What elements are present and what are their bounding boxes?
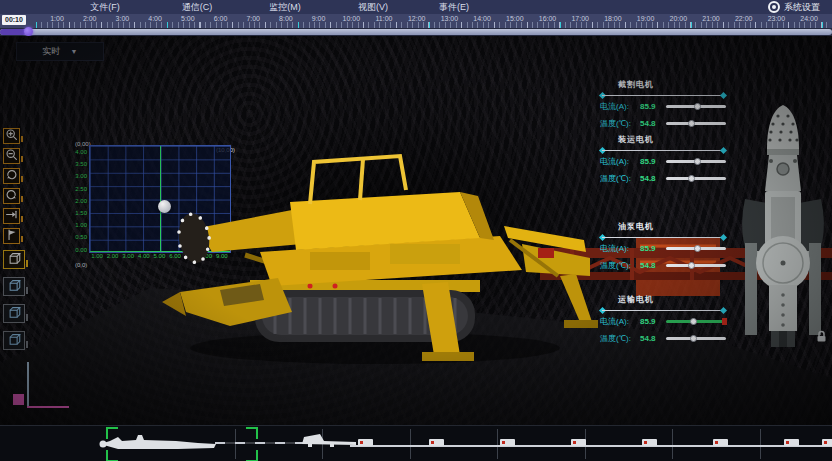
strip-divider xyxy=(235,429,236,459)
slider-knob[interactable] xyxy=(694,245,701,252)
rotate-cw-icon xyxy=(5,167,18,185)
grid-x-label: 2.00 xyxy=(107,253,119,259)
motor-row-value: 54.8 xyxy=(640,261,666,270)
cube-view-wire-1-button[interactable] xyxy=(3,277,25,296)
equipment-strip xyxy=(0,425,832,461)
zoom-in-button[interactable] xyxy=(3,128,20,144)
diamond-icon xyxy=(720,307,727,314)
foot-status-dot xyxy=(824,441,827,444)
menu-bar: 文件(F)通信(C)监控(M)视图(V)事件(E) 系统设置 xyxy=(0,0,832,14)
zoom-out-button[interactable] xyxy=(3,148,20,164)
cube-view-wire-3-button[interactable] xyxy=(3,331,25,350)
timeline-current-time: 00:10 xyxy=(2,15,26,25)
motor-row-slider[interactable] xyxy=(666,177,726,180)
diamond-icon xyxy=(720,234,727,241)
conveyor-foot-icon xyxy=(500,439,515,446)
motor-row-slider[interactable] xyxy=(666,160,726,163)
flag-icon xyxy=(5,227,18,245)
menu-item-monitor[interactable]: 监控(M) xyxy=(269,1,301,13)
transfer-machine-icon[interactable] xyxy=(300,433,356,448)
separator-line xyxy=(602,95,724,96)
menu-item-file[interactable]: 文件(F) xyxy=(90,1,120,13)
diamond-icon xyxy=(720,147,727,154)
motor-row-value: 85.9 xyxy=(640,244,666,253)
motor-row-slider[interactable] xyxy=(666,105,726,108)
belt-conveyor-line xyxy=(350,445,832,447)
foot-status-dot xyxy=(715,441,718,444)
motor-data-row: 温度(℃):54.8 xyxy=(600,115,726,132)
strip-divider xyxy=(760,429,761,459)
motor-row-slider[interactable] xyxy=(666,247,726,250)
selection-bracket-br xyxy=(246,450,258,461)
grid-x-label: 3.00 xyxy=(122,253,134,259)
pan-right-button[interactable] xyxy=(3,208,20,224)
motor-data-row: 温度(℃):54.8 xyxy=(600,330,726,347)
lock-icon[interactable] xyxy=(815,330,828,343)
cube-view-wire-2-icon xyxy=(7,305,22,323)
axis-gizmo-horizontal xyxy=(27,406,69,408)
slider-knob[interactable] xyxy=(690,335,697,342)
slider-knob[interactable] xyxy=(690,318,697,325)
menu-item-comm[interactable]: 通信(C) xyxy=(182,1,213,13)
cube-view-wire-3-icon xyxy=(7,332,22,350)
motor-row-slider[interactable] xyxy=(666,337,726,340)
timeline-slider-track[interactable] xyxy=(0,29,832,35)
target-icon xyxy=(768,1,780,13)
timeline-ruler[interactable]: 00:10 1:002:003:004:005:006:007:008:009:… xyxy=(0,14,832,28)
grid-y-label: 2.00 xyxy=(75,198,87,204)
mode-dropdown[interactable]: 实时 ▼ xyxy=(16,42,104,61)
conveyor-foot-icon xyxy=(358,439,373,446)
motor-row-label: 温度(℃): xyxy=(600,333,640,344)
system-settings-label: 系统设置 xyxy=(784,1,820,13)
motor-row-label: 电流(A): xyxy=(600,156,640,167)
grid-y-label: 0.50 xyxy=(75,234,87,240)
slider-knob[interactable] xyxy=(694,158,701,165)
3d-viewport[interactable]: (0,00) (10,00) (0,0) 4.003.503.002.502.0… xyxy=(0,36,832,425)
motor-panel-1: 截割电机电流(A):85.9温度(℃):54.8 xyxy=(600,80,726,132)
motor-data-row: 电流(A):85.9 xyxy=(600,98,726,115)
foot-status-dot xyxy=(644,441,647,444)
conveyor-foot-icon xyxy=(784,439,799,446)
motor-row-value: 85.9 xyxy=(640,102,666,111)
motor-row-slider[interactable] xyxy=(666,264,726,267)
slider-knob[interactable] xyxy=(688,120,695,127)
motor-row-value: 85.9 xyxy=(640,157,666,166)
motor-row-label: 温度(℃): xyxy=(600,118,640,129)
rotate-ccw-button[interactable] xyxy=(3,188,20,204)
slider-knob[interactable] xyxy=(688,262,695,269)
cube-view-wire-2-button[interactable] xyxy=(3,304,25,323)
axis-gizmo-vertical xyxy=(27,362,29,408)
motor-data-row: 温度(℃):54.8 xyxy=(600,170,726,187)
motor-row-label: 温度(℃): xyxy=(600,260,640,271)
menu-item-event[interactable]: 事件(E) xyxy=(439,1,469,13)
slider-knob[interactable] xyxy=(694,103,701,110)
motor-panel-title: 截割电机 xyxy=(618,80,726,90)
motor-panel-2: 装运电机电流(A):85.9温度(℃):54.8 xyxy=(600,135,726,187)
menu-item-view[interactable]: 视图(V) xyxy=(358,1,388,13)
timeline-slider[interactable] xyxy=(0,28,832,36)
motor-row-slider[interactable] xyxy=(666,320,726,323)
motor-row-value: 54.8 xyxy=(640,119,666,128)
conveyor-foot-icon xyxy=(642,439,657,446)
slider-knob[interactable] xyxy=(688,175,695,182)
motor-panel-3: 油泵电机电流(A):85.9温度(℃):54.8 xyxy=(600,222,726,274)
pan-right-icon xyxy=(5,207,18,225)
grid-y-label: 3.50 xyxy=(75,161,87,167)
grid-y-label: 4.00 xyxy=(75,149,87,155)
axis-gizmo-origin xyxy=(13,394,24,405)
selection-bracket-tr xyxy=(246,427,258,439)
zoom-in-icon xyxy=(5,127,18,145)
grid-y-label: 3.00 xyxy=(75,173,87,179)
system-settings-button[interactable]: 系统设置 xyxy=(768,1,820,13)
panel-separator xyxy=(600,93,726,98)
rotate-cw-button[interactable] xyxy=(3,168,20,184)
flag-button[interactable] xyxy=(3,228,20,244)
motor-row-slider[interactable] xyxy=(666,122,726,125)
motor-row-value: 85.9 xyxy=(640,317,666,326)
cube-view-solid-icon xyxy=(7,251,22,269)
panel-separator xyxy=(600,148,726,153)
motor-row-value: 54.8 xyxy=(640,174,666,183)
timeline-slider-knob[interactable] xyxy=(24,27,33,36)
panel-separator xyxy=(600,235,726,240)
cube-view-solid-button[interactable] xyxy=(3,250,25,269)
